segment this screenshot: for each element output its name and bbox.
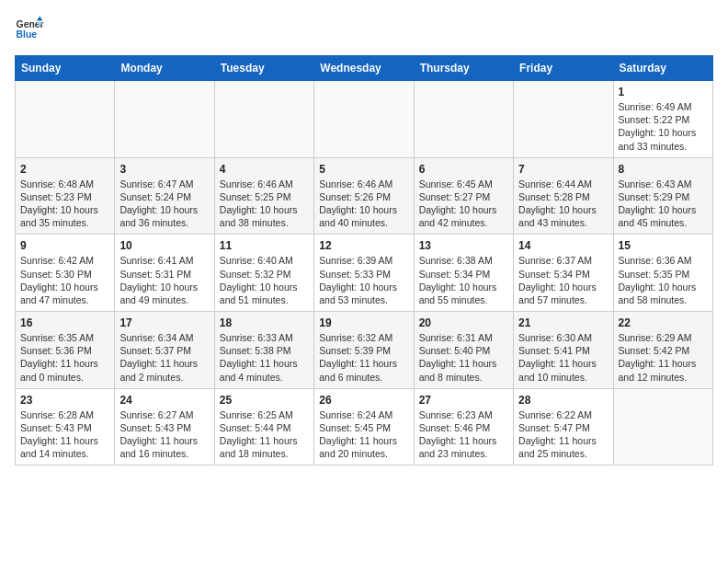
day-number: 19 xyxy=(319,316,408,329)
calendar-cell xyxy=(414,81,513,158)
calendar-cell: 24Sunrise: 6:27 AM Sunset: 5:43 PM Dayli… xyxy=(115,388,214,465)
cell-info: Sunrise: 6:42 AM Sunset: 5:30 PM Dayligh… xyxy=(20,254,109,306)
cell-info: Sunrise: 6:24 AM Sunset: 5:45 PM Dayligh… xyxy=(319,408,408,461)
calendar-cell: 14Sunrise: 6:37 AM Sunset: 5:34 PM Dayli… xyxy=(514,235,613,312)
weekday-header: Thursday xyxy=(414,56,513,81)
cell-info: Sunrise: 6:46 AM Sunset: 5:26 PM Dayligh… xyxy=(319,178,408,230)
cell-info: Sunrise: 6:27 AM Sunset: 5:43 PM Dayligh… xyxy=(119,408,209,461)
cell-info: Sunrise: 6:47 AM Sunset: 5:24 PM Dayligh… xyxy=(119,178,209,230)
day-number: 27 xyxy=(419,394,508,407)
cell-info: Sunrise: 6:28 AM Sunset: 5:43 PM Dayligh… xyxy=(20,408,109,461)
day-number: 16 xyxy=(20,316,109,329)
day-number: 22 xyxy=(619,316,708,329)
calendar-cell: 6Sunrise: 6:45 AM Sunset: 5:27 PM Daylig… xyxy=(414,157,513,235)
calendar-cell: 26Sunrise: 6:24 AM Sunset: 5:45 PM Dayli… xyxy=(314,388,414,465)
day-number: 14 xyxy=(518,239,608,252)
calendar-week-row: 1Sunrise: 6:49 AM Sunset: 5:22 PM Daylig… xyxy=(16,81,713,158)
calendar-cell: 18Sunrise: 6:33 AM Sunset: 5:38 PM Dayli… xyxy=(214,312,313,389)
logo: General Blue xyxy=(15,15,44,44)
calendar-week-row: 2Sunrise: 6:48 AM Sunset: 5:23 PM Daylig… xyxy=(16,157,713,235)
day-number: 7 xyxy=(518,163,608,176)
calendar-cell: 21Sunrise: 6:30 AM Sunset: 5:41 PM Dayli… xyxy=(514,312,613,389)
calendar-cell: 22Sunrise: 6:29 AM Sunset: 5:42 PM Dayli… xyxy=(613,312,712,389)
calendar-cell: 11Sunrise: 6:40 AM Sunset: 5:32 PM Dayli… xyxy=(214,235,313,312)
calendar-cell: 13Sunrise: 6:38 AM Sunset: 5:34 PM Dayli… xyxy=(414,235,513,312)
calendar-cell xyxy=(613,388,712,465)
calendar-cell: 15Sunrise: 6:36 AM Sunset: 5:35 PM Dayli… xyxy=(613,235,712,312)
cell-info: Sunrise: 6:31 AM Sunset: 5:40 PM Dayligh… xyxy=(419,331,508,384)
weekday-header: Friday xyxy=(514,56,613,81)
calendar-header-row: SundayMondayTuesdayWednesdayThursdayFrid… xyxy=(16,56,713,81)
cell-info: Sunrise: 6:33 AM Sunset: 5:38 PM Dayligh… xyxy=(220,331,309,384)
svg-text:Blue: Blue xyxy=(17,29,38,40)
calendar-cell: 5Sunrise: 6:46 AM Sunset: 5:26 PM Daylig… xyxy=(314,157,414,235)
calendar-week-row: 16Sunrise: 6:35 AM Sunset: 5:36 PM Dayli… xyxy=(16,312,713,389)
cell-info: Sunrise: 6:43 AM Sunset: 5:29 PM Dayligh… xyxy=(619,178,708,230)
cell-info: Sunrise: 6:22 AM Sunset: 5:47 PM Dayligh… xyxy=(518,408,608,461)
day-number: 6 xyxy=(419,163,508,176)
cell-info: Sunrise: 6:49 AM Sunset: 5:22 PM Dayligh… xyxy=(619,100,708,153)
day-number: 13 xyxy=(419,239,508,252)
day-number: 21 xyxy=(518,316,608,329)
calendar-cell xyxy=(214,81,313,158)
calendar-cell: 17Sunrise: 6:34 AM Sunset: 5:37 PM Dayli… xyxy=(115,312,214,389)
day-number: 24 xyxy=(119,394,209,407)
cell-info: Sunrise: 6:34 AM Sunset: 5:37 PM Dayligh… xyxy=(119,331,209,384)
calendar-cell: 27Sunrise: 6:23 AM Sunset: 5:46 PM Dayli… xyxy=(414,388,513,465)
calendar-week-row: 9Sunrise: 6:42 AM Sunset: 5:30 PM Daylig… xyxy=(16,235,713,312)
cell-info: Sunrise: 6:36 AM Sunset: 5:35 PM Dayligh… xyxy=(619,254,708,306)
weekday-header: Saturday xyxy=(613,56,712,81)
cell-info: Sunrise: 6:32 AM Sunset: 5:39 PM Dayligh… xyxy=(319,331,408,384)
cell-info: Sunrise: 6:23 AM Sunset: 5:46 PM Dayligh… xyxy=(419,408,508,461)
weekday-header: Tuesday xyxy=(214,56,313,81)
cell-info: Sunrise: 6:25 AM Sunset: 5:44 PM Dayligh… xyxy=(220,408,309,461)
calendar-cell: 10Sunrise: 6:41 AM Sunset: 5:31 PM Dayli… xyxy=(115,235,214,312)
calendar-cell: 9Sunrise: 6:42 AM Sunset: 5:30 PM Daylig… xyxy=(16,235,115,312)
calendar-cell xyxy=(16,81,115,158)
day-number: 17 xyxy=(119,316,209,329)
header: General Blue xyxy=(15,15,713,44)
cell-info: Sunrise: 6:37 AM Sunset: 5:34 PM Dayligh… xyxy=(518,254,608,306)
calendar-cell: 8Sunrise: 6:43 AM Sunset: 5:29 PM Daylig… xyxy=(613,157,712,235)
cell-info: Sunrise: 6:38 AM Sunset: 5:34 PM Dayligh… xyxy=(419,254,508,306)
day-number: 4 xyxy=(220,163,309,176)
calendar-cell: 16Sunrise: 6:35 AM Sunset: 5:36 PM Dayli… xyxy=(16,312,115,389)
day-number: 11 xyxy=(220,239,309,252)
calendar-cell: 1Sunrise: 6:49 AM Sunset: 5:22 PM Daylig… xyxy=(613,81,712,158)
weekday-header: Monday xyxy=(115,56,214,81)
calendar-cell: 4Sunrise: 6:46 AM Sunset: 5:25 PM Daylig… xyxy=(214,157,313,235)
calendar-week-row: 23Sunrise: 6:28 AM Sunset: 5:43 PM Dayli… xyxy=(16,388,713,465)
day-number: 10 xyxy=(119,239,209,252)
cell-info: Sunrise: 6:35 AM Sunset: 5:36 PM Dayligh… xyxy=(20,331,109,384)
calendar-cell: 28Sunrise: 6:22 AM Sunset: 5:47 PM Dayli… xyxy=(514,388,613,465)
cell-info: Sunrise: 6:30 AM Sunset: 5:41 PM Dayligh… xyxy=(518,331,608,384)
day-number: 5 xyxy=(319,163,408,176)
logo-icon: General Blue xyxy=(15,15,44,44)
cell-info: Sunrise: 6:39 AM Sunset: 5:33 PM Dayligh… xyxy=(319,254,408,306)
calendar-cell xyxy=(514,81,613,158)
weekday-header: Wednesday xyxy=(314,56,414,81)
day-number: 18 xyxy=(220,316,309,329)
cell-info: Sunrise: 6:48 AM Sunset: 5:23 PM Dayligh… xyxy=(20,178,109,230)
calendar-table: SundayMondayTuesdayWednesdayThursdayFrid… xyxy=(15,55,713,465)
calendar-cell: 19Sunrise: 6:32 AM Sunset: 5:39 PM Dayli… xyxy=(314,312,414,389)
calendar-cell: 12Sunrise: 6:39 AM Sunset: 5:33 PM Dayli… xyxy=(314,235,414,312)
cell-info: Sunrise: 6:40 AM Sunset: 5:32 PM Dayligh… xyxy=(220,254,309,306)
calendar-cell: 20Sunrise: 6:31 AM Sunset: 5:40 PM Dayli… xyxy=(414,312,513,389)
svg-marker-2 xyxy=(37,17,42,21)
calendar-cell: 23Sunrise: 6:28 AM Sunset: 5:43 PM Dayli… xyxy=(16,388,115,465)
day-number: 26 xyxy=(319,394,408,407)
weekday-header: Sunday xyxy=(16,56,115,81)
calendar-cell: 2Sunrise: 6:48 AM Sunset: 5:23 PM Daylig… xyxy=(16,157,115,235)
day-number: 15 xyxy=(619,239,708,252)
day-number: 9 xyxy=(20,239,109,252)
calendar-cell: 25Sunrise: 6:25 AM Sunset: 5:44 PM Dayli… xyxy=(214,388,313,465)
day-number: 8 xyxy=(619,163,708,176)
calendar-cell: 7Sunrise: 6:44 AM Sunset: 5:28 PM Daylig… xyxy=(514,157,613,235)
cell-info: Sunrise: 6:46 AM Sunset: 5:25 PM Dayligh… xyxy=(220,178,309,230)
day-number: 20 xyxy=(419,316,508,329)
cell-info: Sunrise: 6:45 AM Sunset: 5:27 PM Dayligh… xyxy=(419,178,508,230)
day-number: 1 xyxy=(619,86,708,98)
day-number: 23 xyxy=(20,394,109,407)
cell-info: Sunrise: 6:29 AM Sunset: 5:42 PM Dayligh… xyxy=(619,331,708,384)
